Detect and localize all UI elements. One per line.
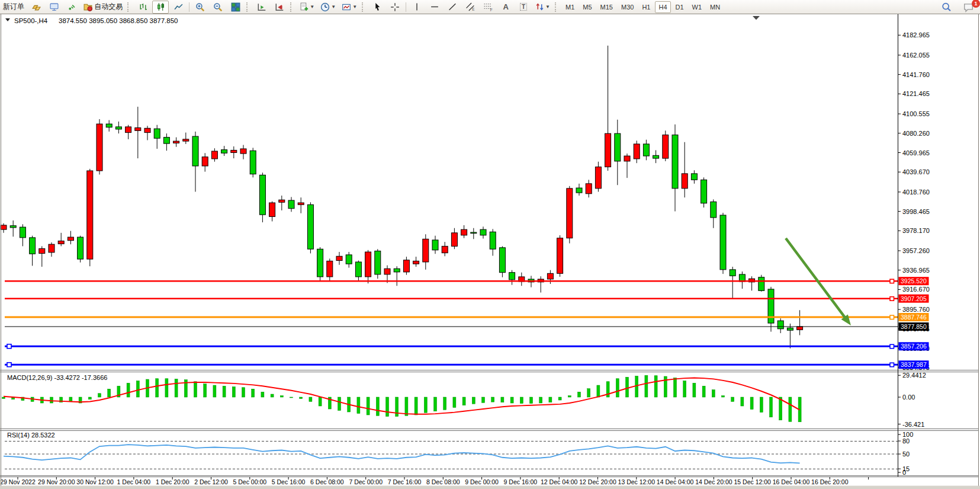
toolbar: 新订单 自动交易 ▼ ▼ ▼ E F A T ▼ M1M5M15M30H1H4D… xyxy=(0,0,980,14)
line-handle[interactable] xyxy=(7,363,11,367)
line-handle[interactable] xyxy=(890,315,894,319)
tab-timeframe-M30[interactable]: M30 xyxy=(618,1,637,13)
chevron-down-icon[interactable]: ▼ xyxy=(352,4,357,9)
line-handle[interactable] xyxy=(890,279,894,283)
tile-windows-icon[interactable] xyxy=(227,1,244,14)
time-tick-label: 1 Dec 04:00 xyxy=(117,478,151,485)
candle-bull xyxy=(451,233,457,247)
candle-bull xyxy=(634,144,640,159)
fibonacci-icon[interactable]: F xyxy=(480,1,496,14)
line-handle[interactable] xyxy=(890,344,894,349)
macd-histogram-bar xyxy=(578,392,581,397)
macd-histogram-bar xyxy=(165,379,168,397)
candle-bull xyxy=(365,252,371,277)
crosshair-icon[interactable] xyxy=(387,1,403,14)
candle-bear xyxy=(154,129,160,138)
time-tick-label: 15 Dec 12:00 xyxy=(734,478,771,485)
line-handle[interactable] xyxy=(7,344,11,349)
line-chart-icon[interactable] xyxy=(170,1,187,14)
price-tick-label: 3998.465 xyxy=(902,208,930,215)
periods-icon[interactable]: ▼ xyxy=(318,1,338,14)
signal-icon[interactable] xyxy=(63,1,80,14)
timeframe-group: M1M5M15M30H1H4D1W1MN xyxy=(561,1,724,13)
macd-histogram-bar xyxy=(568,396,571,398)
chevron-down-icon[interactable]: ▼ xyxy=(331,4,336,9)
channel-icon[interactable]: E xyxy=(462,1,478,14)
macd-histogram-bar xyxy=(760,397,763,413)
toolbar-separator xyxy=(189,2,189,12)
search-icon[interactable] xyxy=(938,1,955,14)
text-label-icon[interactable]: T xyxy=(515,1,532,14)
macd-histogram-bar xyxy=(654,376,657,397)
gold-icon[interactable] xyxy=(28,1,44,14)
text-icon[interactable]: A xyxy=(497,1,514,14)
zoom-out-icon[interactable] xyxy=(210,1,226,14)
autotrade-label: 自动交易 xyxy=(94,2,123,12)
macd-histogram-bar xyxy=(741,397,744,406)
macd-histogram-bar xyxy=(702,386,705,397)
zoom-in-icon[interactable] xyxy=(192,1,208,14)
macd-histogram-bar xyxy=(530,397,533,404)
macd-histogram-bar xyxy=(626,377,629,397)
indicators-icon[interactable]: ▼ xyxy=(297,1,317,14)
candle-bull xyxy=(231,150,237,152)
candle-bull xyxy=(586,184,592,194)
time-tick-label: 29 Nov 20:00 xyxy=(38,478,75,485)
chevron-down-icon[interactable]: ▼ xyxy=(545,4,550,9)
templates-icon[interactable]: ▼ xyxy=(339,1,359,14)
candle-bull xyxy=(87,171,93,259)
chart-title-ohlc: 3874.550 3895.050 3868.850 3877.850 xyxy=(59,17,178,24)
price-tick-label: 3978.170 xyxy=(902,227,930,234)
price-tick-label: 4141.760 xyxy=(902,71,930,78)
toolbar-right: 1 xyxy=(937,1,977,14)
candle-bear xyxy=(375,251,381,274)
macd-histogram-bar xyxy=(587,389,590,397)
macd-histogram-bar xyxy=(539,397,542,403)
candle-bear xyxy=(30,238,36,254)
trendline-icon[interactable] xyxy=(444,1,461,14)
cursor-icon[interactable] xyxy=(369,1,385,14)
price-label-text: 3837.987 xyxy=(901,361,927,368)
price-label-text: 3877.850 xyxy=(901,323,927,330)
chart-canvas[interactable]: 4182.9654162.0554141.7604121.4654100.555… xyxy=(0,0,980,489)
chat-badge: 1 xyxy=(972,0,980,8)
candle-bear xyxy=(701,180,707,203)
chart-step-icon[interactable] xyxy=(253,1,270,14)
macd-histogram-bar xyxy=(232,387,235,398)
time-tick-label: 14 Dec 20:00 xyxy=(695,478,732,485)
chevron-down-icon[interactable]: ▼ xyxy=(310,4,314,9)
chat-icon[interactable]: 1 xyxy=(960,1,976,14)
tab-timeframe-M1[interactable]: M1 xyxy=(562,1,578,13)
arrows-icon[interactable]: ▼ xyxy=(533,1,552,14)
candle-bull xyxy=(173,141,179,143)
candle-bull xyxy=(39,248,45,253)
tab-timeframe-D1[interactable]: D1 xyxy=(672,1,687,13)
macd-histogram-bar xyxy=(290,397,293,398)
candle-bull xyxy=(567,188,573,238)
tab-timeframe-M15[interactable]: M15 xyxy=(597,1,616,13)
chart-end-icon[interactable] xyxy=(271,1,288,14)
macd-histogram-bar xyxy=(597,385,600,397)
candle-bull xyxy=(557,238,563,274)
candle-bull xyxy=(1,225,7,229)
macd-histogram-bar xyxy=(69,397,72,402)
autotrade-button[interactable]: 自动交易 xyxy=(81,1,125,13)
tab-timeframe-H1[interactable]: H1 xyxy=(638,1,654,13)
horizontal-line-icon[interactable] xyxy=(426,1,443,14)
bar-chart-icon[interactable] xyxy=(134,1,151,14)
macd-histogram-bar xyxy=(549,397,552,402)
candlestick-icon[interactable] xyxy=(152,1,169,14)
new-order-button[interactable]: 新订单 xyxy=(1,1,27,13)
line-handle[interactable] xyxy=(890,297,894,301)
tab-timeframe-MN[interactable]: MN xyxy=(706,1,724,13)
tab-timeframe-M5[interactable]: M5 xyxy=(579,1,595,13)
tab-timeframe-H4[interactable]: H4 xyxy=(655,1,670,13)
vertical-line-icon[interactable] xyxy=(409,1,425,14)
candle-bull xyxy=(595,167,601,188)
price-tick-label: 3916.670 xyxy=(902,286,930,293)
market-watch-icon[interactable] xyxy=(46,1,62,14)
line-handle[interactable] xyxy=(890,363,894,367)
macd-histogram-bar xyxy=(367,397,369,415)
rsi-tick-label: 50 xyxy=(902,450,910,458)
tab-timeframe-W1[interactable]: W1 xyxy=(689,1,706,13)
